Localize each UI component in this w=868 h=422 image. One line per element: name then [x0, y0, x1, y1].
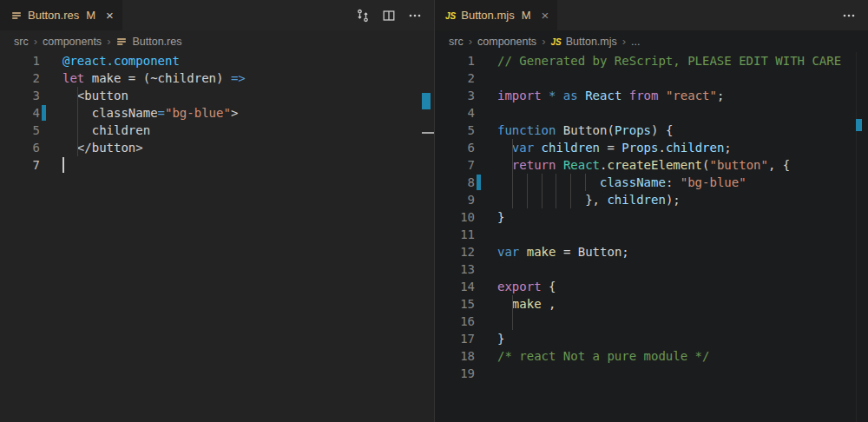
tab-title: Button.mjs	[461, 9, 514, 22]
code-text: let make = (~children) =>	[62, 71, 246, 85]
chevron-right-icon: ›	[34, 35, 37, 48]
line-number: 3	[435, 89, 475, 102]
code-line[interactable]: 1@react.component	[0, 52, 434, 69]
more-actions-icon[interactable]	[842, 9, 856, 23]
indent-guide	[512, 295, 513, 330]
split-editor-icon[interactable]	[382, 9, 396, 23]
code-text: <button	[62, 89, 128, 102]
code-line[interactable]: 17}	[435, 330, 868, 347]
line-number: 18	[435, 349, 475, 363]
chevron-right-icon: ›	[469, 35, 472, 48]
line-number: 2	[435, 71, 475, 85]
chevron-right-icon: ›	[107, 35, 110, 48]
open-changes-icon[interactable]	[356, 9, 370, 23]
tab-title: Button.res	[28, 9, 79, 22]
tab-bar-right: JS Button.mjs M ×	[435, 0, 868, 30]
line-number: 12	[435, 245, 475, 259]
code-line[interactable]: 2let make = (~children) =>	[0, 69, 434, 87]
code-line[interactable]: 3 <button	[0, 87, 434, 104]
code-text: }	[497, 332, 504, 346]
overview-modified-mark	[422, 93, 431, 109]
code-line[interactable]: 11	[435, 226, 868, 243]
more-actions-icon[interactable]	[408, 9, 422, 23]
breadcrumb-label: Button.res	[132, 36, 181, 48]
code-line[interactable]: 7	[0, 156, 434, 174]
code-line[interactable]: 3import * as React from "react";	[435, 87, 868, 104]
code-line[interactable]: 7 return React.createElement("button", {	[435, 156, 868, 174]
code-text: className: "bg-blue"	[497, 175, 746, 189]
vscode-window: Button.res M × src›components›Button.res…	[0, 0, 868, 422]
line-number: 10	[435, 210, 475, 224]
code-line[interactable]: 14export {	[435, 278, 868, 295]
code-text: // Generated by ReScript, PLEASE EDIT WI…	[497, 54, 841, 68]
code-line[interactable]: 16	[435, 313, 868, 330]
code-line[interactable]: 4	[435, 104, 868, 122]
line-number: 7	[0, 158, 40, 172]
breadcrumb-label: src	[449, 36, 464, 48]
code-line[interactable]: 6 </button>	[0, 139, 434, 156]
code-line[interactable]: 13	[435, 260, 868, 278]
modified-badge: M	[522, 9, 531, 22]
line-number: 5	[435, 123, 475, 137]
code-text: </button>	[62, 141, 143, 155]
breadcrumb-label: components	[477, 36, 536, 48]
indent-guide	[77, 87, 78, 156]
code-line[interactable]: 18/* react Not a pure module */	[435, 347, 868, 365]
tab-button-res[interactable]: Button.res M ×	[0, 0, 122, 30]
breadcrumb-item[interactable]: src	[14, 36, 29, 48]
code-line[interactable]: 6 var children = Props.children;	[435, 139, 868, 156]
file-lines-icon	[115, 36, 128, 48]
tab-button-mjs[interactable]: JS Button.mjs M ×	[435, 0, 557, 30]
overview-modified-mark	[856, 119, 862, 131]
code-line[interactable]: 2	[435, 69, 868, 87]
code-line[interactable]: 1// Generated by ReScript, PLEASE EDIT W…	[435, 52, 868, 69]
indent-guide	[512, 139, 513, 208]
line-number: 14	[435, 280, 475, 293]
code-line[interactable]: 5function Button(Props) {	[435, 122, 868, 139]
breadcrumb: src›components›Button.res	[0, 30, 434, 52]
line-number: 1	[435, 54, 475, 68]
code-text: }, children);	[497, 193, 681, 207]
line-number: 11	[435, 227, 475, 241]
overview-cursor-mark	[422, 132, 434, 134]
close-icon[interactable]: ×	[542, 9, 549, 22]
code-line[interactable]: 10}	[435, 208, 868, 226]
line-number: 15	[435, 297, 475, 311]
file-lines-icon	[10, 10, 23, 22]
text-cursor	[62, 157, 64, 173]
code-text: /* react Not a pure module */	[497, 349, 709, 363]
editor-actions-left	[356, 0, 434, 30]
line-number: 17	[435, 332, 475, 346]
line-number: 16	[435, 314, 475, 328]
code-line[interactable]: 4 className="bg-blue">	[0, 104, 434, 122]
code-line[interactable]: 8 className: "bg-blue"	[435, 174, 868, 191]
breadcrumb-item[interactable]: JSButton.mjs	[550, 36, 616, 48]
code-editor[interactable]: 1@react.component2let make = (~children)…	[0, 52, 434, 422]
indent-guide	[542, 174, 542, 208]
line-number: 2	[0, 71, 40, 85]
breadcrumb-item[interactable]: src	[449, 36, 464, 48]
code-line[interactable]: 9 }, children);	[435, 191, 868, 208]
close-icon[interactable]: ×	[106, 9, 114, 22]
breadcrumb-item[interactable]: components	[477, 36, 536, 48]
code-line[interactable]: 5 children	[0, 122, 434, 139]
line-number: 6	[435, 141, 475, 155]
code-text: return React.createElement("button", {	[497, 158, 790, 172]
editor-actions-right	[842, 0, 868, 30]
chevron-right-icon: ›	[622, 35, 626, 48]
breadcrumb-item[interactable]: ...	[631, 36, 640, 48]
code-text: children	[62, 123, 150, 137]
line-number: 4	[435, 106, 475, 120]
breadcrumb-item[interactable]: components	[43, 36, 102, 48]
js-icon: JS	[550, 36, 561, 48]
code-text: @react.component	[62, 54, 180, 68]
code-line[interactable]: 12var make = Button;	[435, 243, 868, 260]
code-line[interactable]: 19	[435, 365, 868, 382]
code-editor[interactable]: 1// Generated by ReScript, PLEASE EDIT W…	[435, 52, 868, 422]
code-line[interactable]: 15 make ,	[435, 295, 868, 313]
git-modified-gutter-mark	[477, 175, 481, 190]
tab-bar-left: Button.res M ×	[0, 0, 434, 30]
editor-pane-left: Button.res M × src›components›Button.res…	[0, 0, 434, 422]
code-text: make ,	[497, 297, 556, 311]
breadcrumb-item[interactable]: Button.res	[115, 36, 181, 48]
